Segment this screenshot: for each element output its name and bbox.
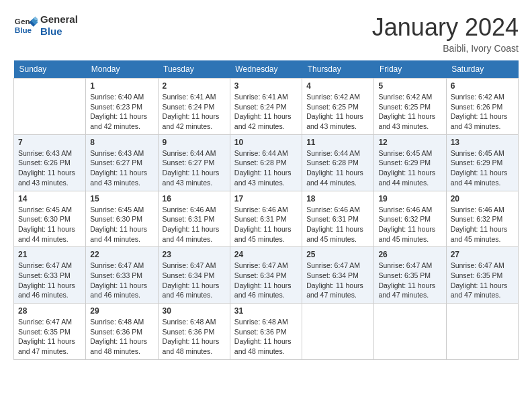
day-number: 18: [306, 194, 369, 203]
day-info: Sunrise: 6:42 AMSunset: 6:26 PMDaylight:…: [451, 92, 514, 132]
day-number: 12: [378, 138, 441, 147]
sunset-text: Sunset: 6:33 PM: [18, 271, 81, 281]
calendar-cell: 31Sunrise: 6:48 AMSunset: 6:36 PMDayligh…: [230, 304, 302, 360]
svg-text:Blue: Blue: [15, 26, 32, 34]
sunset-text: Sunset: 6:24 PM: [234, 102, 298, 112]
day-number: 22: [90, 250, 153, 259]
day-number: 26: [378, 250, 441, 259]
calendar-cell: 9Sunrise: 6:44 AMSunset: 6:27 PMDaylight…: [158, 134, 230, 191]
sunrise-text: Sunrise: 6:41 AM: [163, 92, 226, 102]
calendar-cell: 12Sunrise: 6:45 AMSunset: 6:29 PMDayligh…: [374, 134, 446, 191]
sunrise-text: Sunrise: 6:44 AM: [234, 148, 298, 158]
calendar-cell: 17Sunrise: 6:46 AMSunset: 6:31 PMDayligh…: [230, 191, 302, 247]
logo-icon: General Blue: [13, 13, 38, 38]
sunrise-text: Sunrise: 6:46 AM: [451, 205, 514, 215]
calendar-week: 14Sunrise: 6:45 AMSunset: 6:30 PMDayligh…: [14, 191, 519, 247]
sunrise-text: Sunrise: 6:45 AM: [451, 148, 514, 158]
day-info: Sunrise: 6:47 AMSunset: 6:34 PMDaylight:…: [234, 261, 298, 300]
calendar-cell: 3Sunrise: 6:41 AMSunset: 6:24 PMDaylight…: [230, 79, 302, 135]
day-info: Sunrise: 6:45 AMSunset: 6:30 PMDaylight:…: [18, 205, 81, 244]
sunrise-text: Sunrise: 6:41 AM: [234, 92, 298, 102]
sunrise-text: Sunrise: 6:45 AM: [90, 205, 153, 215]
calendar-week: 1Sunrise: 6:40 AMSunset: 6:23 PMDaylight…: [14, 79, 519, 135]
sunset-text: Sunset: 6:30 PM: [18, 214, 81, 224]
sunrise-text: Sunrise: 6:42 AM: [306, 92, 369, 102]
day-number: 27: [451, 250, 514, 259]
calendar-cell: 24Sunrise: 6:47 AMSunset: 6:34 PMDayligh…: [230, 247, 302, 304]
calendar-cell: [14, 79, 86, 135]
sunrise-text: Sunrise: 6:46 AM: [378, 205, 441, 215]
sunset-text: Sunset: 6:35 PM: [18, 327, 81, 337]
sunset-text: Sunset: 6:27 PM: [163, 158, 226, 168]
daylight-text: Daylight: 11 hoursand 42 minutes.: [90, 111, 153, 131]
sunrise-text: Sunrise: 6:43 AM: [18, 148, 81, 158]
sunset-text: Sunset: 6:27 PM: [90, 158, 153, 168]
daylight-text: Daylight: 11 hoursand 48 minutes.: [90, 336, 153, 356]
sunset-text: Sunset: 6:35 PM: [378, 271, 441, 281]
sunrise-text: Sunrise: 6:45 AM: [18, 205, 81, 215]
day-number: 2: [163, 81, 226, 91]
sunrise-text: Sunrise: 6:47 AM: [163, 261, 226, 271]
calendar-cell: 28Sunrise: 6:47 AMSunset: 6:35 PMDayligh…: [14, 304, 86, 360]
day-number: 13: [451, 138, 514, 147]
sunset-text: Sunset: 6:32 PM: [451, 214, 514, 224]
calendar-cell: 5Sunrise: 6:42 AMSunset: 6:25 PMDaylight…: [374, 79, 446, 135]
sunset-text: Sunset: 6:36 PM: [234, 327, 298, 337]
day-number: 8: [90, 138, 153, 147]
day-info: Sunrise: 6:47 AMSunset: 6:33 PMDaylight:…: [18, 261, 81, 300]
weekday-header: Friday: [374, 60, 446, 79]
sunrise-text: Sunrise: 6:47 AM: [18, 317, 81, 327]
sunset-text: Sunset: 6:31 PM: [163, 214, 226, 224]
day-info: Sunrise: 6:47 AMSunset: 6:33 PMDaylight:…: [90, 261, 153, 300]
daylight-text: Daylight: 11 hoursand 44 minutes.: [90, 224, 153, 244]
day-info: Sunrise: 6:45 AMSunset: 6:30 PMDaylight:…: [90, 205, 153, 244]
day-info: Sunrise: 6:46 AMSunset: 6:31 PMDaylight:…: [306, 205, 369, 244]
sunset-text: Sunset: 6:31 PM: [234, 214, 298, 224]
sunset-text: Sunset: 6:34 PM: [306, 271, 369, 281]
daylight-text: Daylight: 11 hoursand 46 minutes.: [18, 281, 81, 300]
daylight-text: Daylight: 11 hoursand 47 minutes.: [378, 281, 441, 300]
sunset-text: Sunset: 6:30 PM: [90, 214, 153, 224]
calendar-cell: 22Sunrise: 6:47 AMSunset: 6:33 PMDayligh…: [86, 247, 158, 304]
sunrise-text: Sunrise: 6:48 AM: [163, 317, 226, 327]
daylight-text: Daylight: 11 hoursand 43 minutes.: [378, 111, 441, 131]
calendar-cell: 10Sunrise: 6:44 AMSunset: 6:28 PMDayligh…: [230, 134, 302, 191]
calendar-cell: 19Sunrise: 6:46 AMSunset: 6:32 PMDayligh…: [374, 191, 446, 247]
day-number: 25: [306, 250, 369, 259]
day-number: 14: [18, 194, 81, 203]
sunset-text: Sunset: 6:36 PM: [90, 327, 153, 337]
daylight-text: Daylight: 11 hoursand 43 minutes.: [90, 168, 153, 187]
sunrise-text: Sunrise: 6:47 AM: [90, 261, 153, 271]
daylight-text: Daylight: 11 hoursand 45 minutes.: [378, 224, 441, 244]
calendar-cell: 29Sunrise: 6:48 AMSunset: 6:36 PMDayligh…: [86, 304, 158, 360]
calendar-cell: 30Sunrise: 6:48 AMSunset: 6:36 PMDayligh…: [158, 304, 230, 360]
calendar-header: SundayMondayTuesdayWednesdayThursdayFrid…: [14, 60, 519, 79]
sunrise-text: Sunrise: 6:44 AM: [306, 148, 369, 158]
calendar-cell: [374, 304, 446, 360]
calendar-table: SundayMondayTuesdayWednesdayThursdayFrid…: [13, 60, 519, 360]
day-info: Sunrise: 6:40 AMSunset: 6:23 PMDaylight:…: [90, 92, 153, 132]
daylight-text: Daylight: 11 hoursand 43 minutes.: [306, 111, 369, 131]
calendar-week: 28Sunrise: 6:47 AMSunset: 6:35 PMDayligh…: [14, 304, 519, 360]
calendar-cell: 16Sunrise: 6:46 AMSunset: 6:31 PMDayligh…: [158, 191, 230, 247]
calendar-cell: 8Sunrise: 6:43 AMSunset: 6:27 PMDaylight…: [86, 134, 158, 191]
daylight-text: Daylight: 11 hoursand 47 minutes.: [306, 281, 369, 300]
day-number: 1: [90, 81, 153, 91]
sunrise-text: Sunrise: 6:43 AM: [90, 148, 153, 158]
calendar-cell: 23Sunrise: 6:47 AMSunset: 6:34 PMDayligh…: [158, 247, 230, 304]
day-number: 23: [163, 250, 226, 259]
sunrise-text: Sunrise: 6:47 AM: [234, 261, 298, 271]
day-number: 3: [234, 81, 298, 91]
weekday-header: Tuesday: [158, 60, 230, 79]
sunset-text: Sunset: 6:29 PM: [451, 158, 514, 168]
day-info: Sunrise: 6:47 AMSunset: 6:34 PMDaylight:…: [163, 261, 226, 300]
day-number: 31: [234, 306, 298, 316]
calendar-cell: 18Sunrise: 6:46 AMSunset: 6:31 PMDayligh…: [302, 191, 374, 247]
day-number: 11: [306, 138, 369, 147]
weekday-header: Thursday: [302, 60, 374, 79]
daylight-text: Daylight: 11 hoursand 47 minutes.: [18, 336, 81, 356]
day-info: Sunrise: 6:47 AMSunset: 6:34 PMDaylight:…: [306, 261, 369, 300]
day-number: 29: [90, 306, 153, 316]
sunset-text: Sunset: 6:29 PM: [378, 158, 441, 168]
day-number: 21: [18, 250, 81, 259]
